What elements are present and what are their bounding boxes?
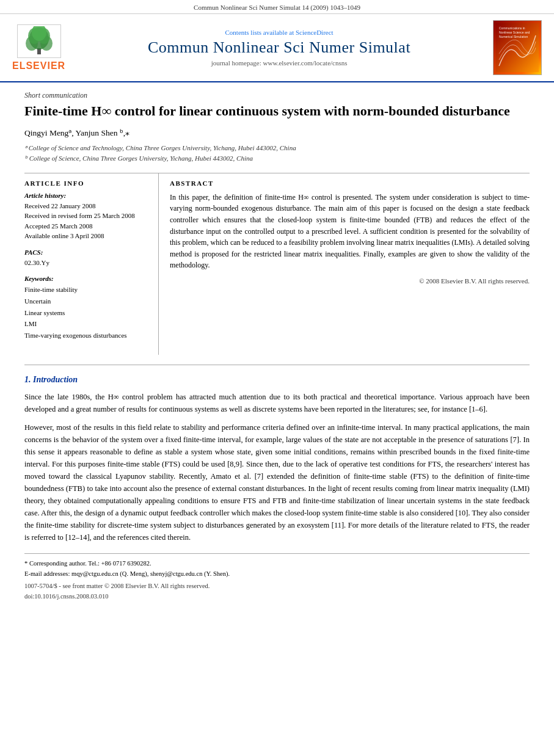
- article-title: Finite-time H∞ control for linear contin…: [24, 103, 530, 120]
- science-direct-line: Contents lists available at ScienceDirec…: [71, 29, 487, 36]
- elsevier-tree-icon: [17, 24, 61, 58]
- footnotes: * Corresponding author. Tel.: +86 0717 6…: [24, 553, 530, 580]
- section-divider: [24, 365, 530, 365]
- article-content: Short communication Finite-time H∞ contr…: [0, 91, 554, 612]
- cover-art-svg: Communications in Nonlinear Science and …: [496, 23, 539, 72]
- elsevier-logo-block: ELSEVIER: [12, 24, 65, 71]
- keywords-list: Finite-time stability Uncertain Linear s…: [24, 284, 150, 341]
- received-revised-date: Received in revised form 25 March 2008: [24, 211, 150, 221]
- history-header: Article history:: [24, 192, 150, 199]
- journal-header: ELSEVIER Contents lists available at Sci…: [0, 14, 554, 82]
- copyright-line: © 2008 Elsevier B.V. All rights reserved…: [170, 277, 530, 285]
- keywords-header: Keywords:: [24, 275, 150, 282]
- intro-paragraph-1: Since the late 1980s, the H∞ control pro…: [24, 391, 530, 415]
- keyword-4: LMI: [24, 318, 150, 330]
- article-history-section: Article history: Received 22 January 200…: [24, 192, 150, 241]
- received-date: Received 22 January 2008: [24, 201, 150, 211]
- elsevier-wordmark: ELSEVIER: [12, 60, 65, 71]
- pacs-value: 02.30.Yy: [24, 258, 150, 268]
- accepted-date: Accepted 25 March 2008: [24, 221, 150, 231]
- keyword-1: Finite-time stability: [24, 284, 150, 296]
- authors-line: Qingyi Mengᵃ, Yanjun Shen ᵇ,⁎: [24, 128, 530, 138]
- intro-paragraph-2: However, most of the results in this fie…: [24, 421, 530, 543]
- keyword-2: Uncertain: [24, 296, 150, 307]
- journal-title: Commun Nonlinear Sci Numer Simulat: [71, 38, 487, 57]
- science-direct-link-text[interactable]: ScienceDirect: [296, 29, 333, 36]
- journal-cover-thumbnail: Communications in Nonlinear Science and …: [493, 20, 542, 75]
- abstract-column: ABSTRACT In this paper, the definition o…: [159, 173, 530, 355]
- corresponding-author: * Corresponding author. Tel.: +86 0717 6…: [24, 559, 530, 569]
- abstract-header: ABSTRACT: [170, 180, 530, 187]
- affiliation-a: ᵃ College of Science and Technology, Chi…: [24, 144, 296, 151]
- journal-center-info: Contents lists available at ScienceDirec…: [71, 29, 487, 67]
- keywords-section: Keywords: Finite-time stability Uncertai…: [24, 275, 150, 341]
- pacs-section: PACS: 02.30.Yy: [24, 249, 150, 268]
- svg-text:Nonlinear Science and: Nonlinear Science and: [499, 31, 530, 34]
- journal-citation-bar: Commun Nonlinear Sci Numer Simulat 14 (2…: [0, 0, 554, 14]
- keyword-3: Linear systems: [24, 307, 150, 319]
- affiliations: ᵃ College of Science and Technology, Chi…: [24, 143, 530, 164]
- article-info-column: ARTICLE INFO Article history: Received 2…: [24, 173, 159, 355]
- introduction-title: 1. Introduction: [24, 375, 530, 385]
- email-addresses: E-mail addresses: mqy@ctgu.edu.cn (Q. Me…: [24, 569, 530, 580]
- journal-citation: Commun Nonlinear Sci Numer Simulat 14 (2…: [194, 4, 360, 11]
- svg-text:Communications in: Communications in: [499, 26, 525, 30]
- article-type-label: Short communication: [24, 91, 530, 100]
- available-online-date: Available online 3 April 2008: [24, 231, 150, 241]
- issn-line: 1007-5704/$ - see front matter © 2008 El…: [24, 583, 530, 589]
- doi-line: doi:10.1016/j.cnsns.2008.03.010: [24, 593, 530, 600]
- article-info-header: ARTICLE INFO: [24, 180, 150, 187]
- pacs-header: PACS:: [24, 249, 150, 256]
- elsevier-tree-svg: [21, 26, 57, 56]
- keyword-5: Time-varying exogenous disturbances: [24, 330, 150, 341]
- introduction-section: 1. Introduction Since the late 1980s, th…: [24, 375, 530, 543]
- affiliation-b: ᵇ College of Science, China Three Gorges…: [24, 154, 253, 162]
- abstract-text: In this paper, the definition of finite-…: [170, 192, 530, 271]
- journal-homepage: journal homepage: www.elsevier.com/locat…: [71, 59, 487, 67]
- article-info-abstract-section: ARTICLE INFO Article history: Received 2…: [24, 173, 530, 355]
- svg-text:Numerical Simulation: Numerical Simulation: [499, 35, 528, 38]
